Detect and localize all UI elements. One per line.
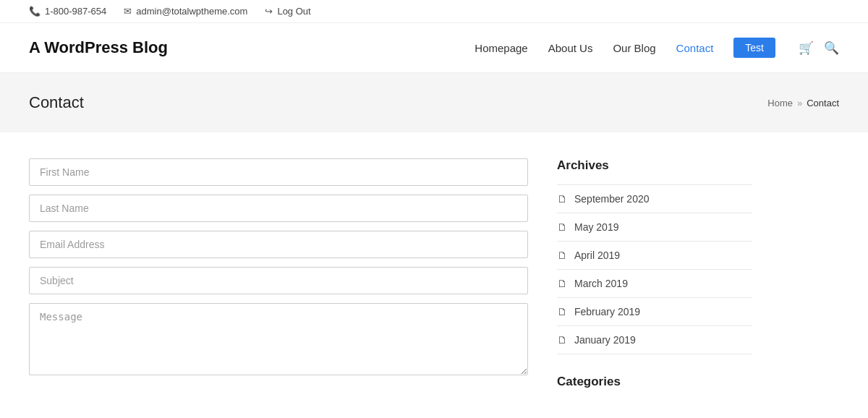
archive-item-apr2019[interactable]: 🗋 April 2019 (557, 242, 752, 270)
nav-contact[interactable]: Contact (676, 42, 714, 54)
page-header: Contact Home » Contact (0, 73, 868, 132)
cart-icon[interactable]: 🛒 (799, 40, 814, 56)
first-name-input[interactable] (29, 158, 528, 186)
archive-doc-icon-0: 🗋 (557, 193, 567, 205)
nav-our-blog[interactable]: Our Blog (613, 42, 655, 54)
nav-about-us[interactable]: About Us (548, 42, 593, 54)
archive-label-4: February 2019 (574, 306, 640, 317)
page-title: Contact (29, 93, 84, 112)
nav-icons: 🛒 🔍 (799, 40, 839, 56)
archives-title: Archives (557, 158, 752, 173)
message-input[interactable] (29, 303, 528, 375)
phone-icon: 📞 (29, 6, 41, 17)
logout-item[interactable]: ↪ Log Out (265, 6, 310, 17)
breadcrumb-current: Contact (807, 98, 839, 108)
email-input[interactable] (29, 231, 528, 258)
email-icon: ✉ (124, 6, 132, 17)
archive-label-3: March 2019 (574, 278, 628, 289)
archive-doc-icon-5: 🗋 (557, 334, 567, 346)
site-header: A WordPress Blog Homepage About Us Our B… (0, 23, 868, 73)
breadcrumb-separator: » (797, 98, 802, 108)
email-item: ✉ admin@totalwptheme.com (124, 6, 247, 17)
archive-item-sep2020[interactable]: 🗋 September 2020 (557, 184, 752, 213)
site-title[interactable]: A WordPress Blog (29, 38, 168, 57)
archive-label-5: January 2019 (574, 334, 636, 346)
logout-icon: ↪ (265, 6, 273, 17)
contact-form (29, 158, 528, 401)
archive-doc-icon-3: 🗋 (557, 278, 567, 289)
archive-label-1: May 2019 (574, 221, 618, 233)
archive-label-2: April 2019 (574, 249, 620, 261)
sidebar: Archives 🗋 September 2020 🗋 May 2019 🗋 A… (557, 158, 752, 401)
main-content: Archives 🗋 September 2020 🗋 May 2019 🗋 A… (0, 132, 868, 418)
archive-doc-icon-2: 🗋 (557, 249, 567, 261)
main-nav: Homepage About Us Our Blog Contact Test … (475, 38, 839, 58)
archive-doc-icon-1: 🗋 (557, 221, 567, 233)
archive-item-feb2019[interactable]: 🗋 February 2019 (557, 298, 752, 326)
last-name-input[interactable] (29, 195, 528, 222)
nav-test-button[interactable]: Test (733, 38, 775, 58)
archive-doc-icon-4: 🗋 (557, 306, 567, 317)
nav-homepage[interactable]: Homepage (475, 42, 527, 54)
message-field (29, 303, 528, 378)
categories-title: Categories (557, 375, 752, 389)
archive-label-0: September 2020 (574, 193, 650, 205)
phone-number: 1-800-987-654 (45, 6, 106, 17)
search-icon[interactable]: 🔍 (824, 40, 839, 56)
admin-email: admin@totalwptheme.com (136, 6, 247, 17)
top-bar: 📞 1-800-987-654 ✉ admin@totalwptheme.com… (0, 0, 868, 23)
subject-input[interactable] (29, 267, 528, 294)
breadcrumb-home[interactable]: Home (767, 98, 793, 108)
last-name-field (29, 195, 528, 222)
logout-label: Log Out (277, 6, 310, 17)
phone-item: 📞 1-800-987-654 (29, 6, 106, 17)
breadcrumb: Home » Contact (767, 98, 839, 108)
archive-item-jan2019[interactable]: 🗋 January 2019 (557, 326, 752, 354)
first-name-field (29, 158, 528, 186)
archive-item-mar2019[interactable]: 🗋 March 2019 (557, 270, 752, 298)
email-field (29, 231, 528, 258)
archive-list: 🗋 September 2020 🗋 May 2019 🗋 April 2019… (557, 184, 752, 354)
archive-item-may2019[interactable]: 🗋 May 2019 (557, 213, 752, 242)
categories-section: Categories (557, 375, 752, 389)
subject-field (29, 267, 528, 294)
